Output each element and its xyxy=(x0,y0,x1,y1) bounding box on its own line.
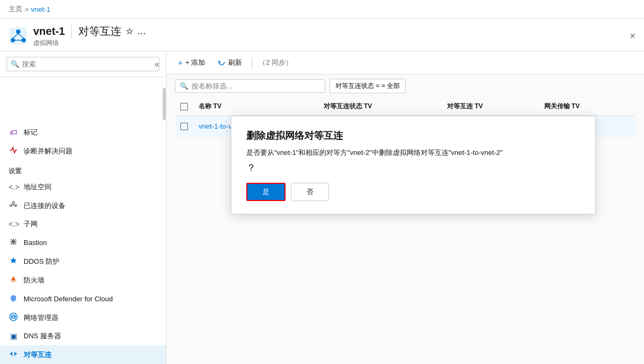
sidebar: 🔍 « 🏷 标记 诊断并解决问题 设置 <.> 地址空间 xyxy=(0,51,166,364)
sidebar-item-dns[interactable]: ▣ DNS 服务器 xyxy=(0,327,166,345)
sidebar-diagnose-text: 诊断并解决问题 xyxy=(24,146,72,156)
sidebar-peering-text: 对等互连 xyxy=(24,350,52,360)
sidebar-item-firewall[interactable]: 防火墙 xyxy=(0,271,166,289)
network-mgr-icon xyxy=(9,313,18,323)
dialog-no-button[interactable]: 否 xyxy=(291,183,329,201)
vnet-icon xyxy=(9,26,28,46)
sidebar-search-container: 🔍 « xyxy=(0,51,166,77)
diagnose-icon xyxy=(9,146,18,156)
subnet-icon: <.> xyxy=(9,220,18,228)
resource-type: 虚拟网络 xyxy=(33,39,146,48)
dialog-body: 是否要从"vnet-1"和相应的对等方"vnet-2"中删除虚拟网络对等互连"v… xyxy=(246,147,580,158)
sidebar-item-connected[interactable]: 已连接的设备 xyxy=(0,196,166,215)
sidebar-ddos-text: DDOS 防护 xyxy=(24,257,60,266)
sidebar-connected-text: 已连接的设备 xyxy=(24,201,65,211)
sidebar-defender-text: Microsoft Defender for Cloud xyxy=(24,295,113,303)
label-icon: 🏷 xyxy=(9,128,18,137)
sidebar-dns-text: DNS 服务器 xyxy=(24,331,61,341)
delete-dialog: 删除虚拟网络对等互连 是否要从"vnet-1"和相应的对等方"vnet-2"中删… xyxy=(231,116,596,214)
ddos-icon xyxy=(9,256,18,266)
bastion-icon xyxy=(9,237,18,248)
dialog-overlay: 删除虚拟网络对等互连 是否要从"vnet-1"和相应的对等方"vnet-2"中删… xyxy=(166,51,644,364)
breadcrumb-sep: > xyxy=(25,5,29,13)
collapse-button[interactable]: « xyxy=(155,60,159,69)
dialog-title-text: 删除虚拟网络对等互连 xyxy=(246,130,343,141)
page-header: vnet-1 对等互连 ☆ … 虚拟网络 × xyxy=(0,19,644,51)
sidebar-address-text: 地址空间 xyxy=(24,182,52,192)
dialog-yes-button[interactable]: 是 xyxy=(246,183,286,201)
svg-point-8 xyxy=(10,205,12,206)
dialog-actions: 是 否 xyxy=(246,183,580,201)
content-area: + + 添加 刷新 （2 同步） 🔍 对等互连状态 = = 全部 xyxy=(166,51,644,364)
sidebar-item-bastion[interactable]: Bastion xyxy=(0,233,166,252)
sidebar-label-text: 标记 xyxy=(24,128,38,137)
sidebar-network-mgr-text: 网络管理器 xyxy=(24,313,58,323)
section-title: 对等互连 xyxy=(78,24,121,39)
search-input[interactable] xyxy=(6,57,159,71)
svg-point-3 xyxy=(21,38,26,42)
sidebar-item-network-mgr[interactable]: 网络管理器 xyxy=(0,308,166,327)
dialog-title: 删除虚拟网络对等互连 xyxy=(246,129,580,142)
close-button[interactable]: × xyxy=(630,31,635,42)
sidebar-bastion-text: Bastion xyxy=(24,239,47,247)
svg-point-9 xyxy=(16,205,17,206)
address-icon: <.> xyxy=(9,183,18,191)
sidebar-item-defender[interactable]: Microsoft Defender for Cloud xyxy=(0,289,166,308)
header-title: vnet-1 对等互连 ☆ … 虚拟网络 xyxy=(33,24,146,48)
resource-name: vnet-1 xyxy=(33,25,65,38)
settings-section-label: 设置 xyxy=(0,160,166,178)
star-icon[interactable]: ☆ xyxy=(126,26,133,36)
connected-icon xyxy=(9,200,18,211)
dns-icon: ▣ xyxy=(9,332,18,340)
sidebar-item-ddos[interactable]: DDOS 防护 xyxy=(0,252,166,271)
sidebar-item-address[interactable]: <.> 地址空间 xyxy=(0,178,166,196)
search-icon: 🔍 xyxy=(11,60,19,68)
breadcrumb-home[interactable]: 主页 xyxy=(9,4,23,14)
sidebar-firewall-text: 防火墙 xyxy=(24,276,45,285)
svg-point-7 xyxy=(12,202,14,204)
scrollbar-thumb[interactable] xyxy=(163,88,166,120)
breadcrumb-current[interactable]: vnet-1 xyxy=(31,5,50,13)
peering-icon xyxy=(9,350,18,360)
sidebar-item-diagnose[interactable]: 诊断并解决问题 xyxy=(0,142,166,160)
firewall-icon xyxy=(9,275,18,285)
svg-point-2 xyxy=(11,38,15,42)
dialog-question: ？ xyxy=(246,161,580,174)
sidebar-item-subnet[interactable]: <.> 子网 xyxy=(0,215,166,233)
defender-icon xyxy=(9,294,18,304)
more-icon[interactable]: … xyxy=(137,27,146,36)
sidebar-item-label[interactable]: 🏷 标记 xyxy=(0,123,166,142)
sidebar-subnet-text: 子网 xyxy=(24,219,38,229)
sidebar-item-peering[interactable]: 对等互连 xyxy=(0,345,166,364)
breadcrumb: 主页 > vnet-1 xyxy=(0,0,644,19)
svg-point-1 xyxy=(16,29,20,34)
